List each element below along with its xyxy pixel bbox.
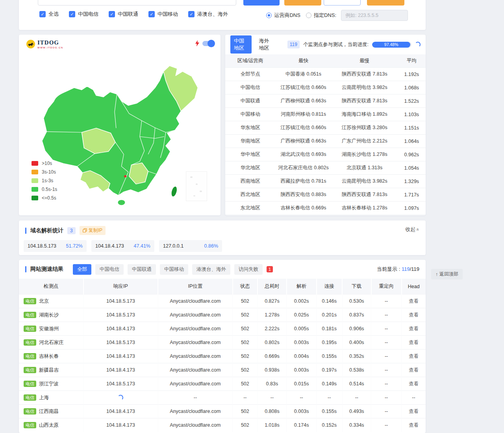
stats-cell: 1.054s xyxy=(398,161,426,175)
dns-stats-card: 域名解析统计 3 复制IP 收起 « 104.18.5.17351.72%104… xyxy=(19,220,426,255)
filter-访问失败[interactable]: 访问失败 xyxy=(234,264,263,275)
radio-运营商DNS[interactable]: 运营商DNS xyxy=(266,12,300,19)
dns-server-input[interactable] xyxy=(341,10,408,21)
checkbox-中国电信[interactable]: ✓中国电信 xyxy=(69,11,98,18)
isp-badge: 电信 xyxy=(24,353,36,359)
view-head-link[interactable]: 查看 xyxy=(409,312,419,318)
up-arrow-icon: ↑ xyxy=(435,272,438,277)
filter-label: 中国联通 xyxy=(132,266,152,273)
stats-row: 全部节点中国香港 0.051s陕西西安联通 7.813s1.192s xyxy=(225,68,426,81)
checkbox-港澳台、海外[interactable]: ✓港澳台、海外 xyxy=(188,11,228,18)
secondary-action-button-1[interactable] xyxy=(284,0,321,6)
view-head-link[interactable]: 查看 xyxy=(409,353,419,359)
realtime-toggle[interactable] xyxy=(202,41,214,46)
isp-badge: 电信 xyxy=(24,381,36,387)
stats-cell: 全部节点 xyxy=(225,68,275,81)
checkbox-中国移动[interactable]: ✓中国移动 xyxy=(148,11,178,18)
total-time-cell: 1.278s xyxy=(258,308,287,322)
ip-cell: 104.18.5.173 xyxy=(83,308,158,322)
spinner-arc xyxy=(118,395,123,400)
primary-test-button[interactable] xyxy=(243,0,280,6)
connect-time-cell: 0.155s xyxy=(317,405,343,418)
stats-cell: 华南地区 xyxy=(225,135,275,148)
dns-time-cell: 0.174s xyxy=(287,418,317,432)
result-row: 电信上海---------------- xyxy=(19,391,426,405)
isp-badge: 电信 xyxy=(24,298,36,304)
dns-time-cell: 0.002s xyxy=(287,294,317,308)
target-url-input[interactable] xyxy=(38,0,236,6)
collapse-button[interactable]: 收起 « xyxy=(405,226,419,233)
checkbox-中国联通[interactable]: ✓中国联通 xyxy=(109,11,138,18)
node-name: 江西南昌 xyxy=(39,409,59,414)
download-time-cell: 0.538s xyxy=(342,363,371,377)
head-cell: 查看 xyxy=(402,377,426,391)
result-row: 电信北京104.18.5.173Anycast/cloudflare.com50… xyxy=(19,294,426,308)
dns-time-cell: 0.003s xyxy=(287,336,317,350)
result-row: 电信山西太原104.18.4.173Anycast/cloudflare.com… xyxy=(19,418,426,432)
ip-chip[interactable]: 127.0.0.10.86% xyxy=(159,240,222,252)
stats-row: 华中地区湖北武汉电信 0.693s湖南长沙电信 1.278s0.962s xyxy=(225,148,426,161)
col-node: 检测点 xyxy=(19,279,83,294)
ip-percent: 51.72% xyxy=(66,243,83,249)
head-cell: 查看 xyxy=(402,336,426,350)
ip-chip[interactable]: 104.18.4.17347.41% xyxy=(91,240,154,252)
dns-time-cell: -- xyxy=(287,391,317,405)
stats-cell: 广东广州电信 2.212s xyxy=(332,135,398,148)
stats-cell: 东北地区 xyxy=(225,202,275,215)
loading-spinner-icon xyxy=(415,42,421,47)
china-map-card: ITDOG WWW.ITDOG.CN xyxy=(19,35,220,215)
filter-中国移动[interactable]: 中国移动 xyxy=(160,264,188,275)
progress-fill: 97.48% xyxy=(372,42,411,48)
stats-cell: 吉林长春电信 0.669s xyxy=(275,202,332,215)
ip-percent: 0.86% xyxy=(204,243,218,249)
status-cell: 502 xyxy=(233,363,258,377)
status-cell: -- xyxy=(233,391,258,405)
tab-china-region[interactable]: 中国地区 xyxy=(230,35,252,54)
results-header: 网站测速结果 全部中国电信中国联通中国移动港澳台、海外访问失败1 当前显示 : … xyxy=(19,260,426,279)
stats-cell: 河北石家庄电信 0.802s xyxy=(275,161,332,175)
view-head-link[interactable]: 查看 xyxy=(409,381,419,387)
node-cell: 电信新疆昌吉 xyxy=(19,363,83,377)
filter-全部[interactable]: 全部 xyxy=(73,264,91,275)
stats-row: 西南地区西藏拉萨电信 0.781s云南昆明电信 3.982s1.329s xyxy=(225,175,426,188)
view-head-link[interactable]: 查看 xyxy=(409,298,419,304)
filter-港澳台、海外[interactable]: 港澳台、海外 xyxy=(192,264,230,275)
ip-cell: 104.18.4.173 xyxy=(83,322,158,336)
redirect-cell: -- xyxy=(371,377,402,391)
redirect-cell: -- xyxy=(371,308,402,322)
view-head-link[interactable]: 查看 xyxy=(409,409,419,414)
checkbox-全选[interactable]: ✓全选 xyxy=(39,11,59,18)
legend-label: 0.5s-1s xyxy=(42,187,57,192)
view-head-link[interactable]: 查看 xyxy=(409,422,419,428)
filter-中国电信[interactable]: 中国电信 xyxy=(95,264,124,275)
ip-chip[interactable]: 104.18.5.17351.72% xyxy=(24,240,87,252)
connect-time-cell: -- xyxy=(317,391,343,405)
dns-stats-title: 域名解析统计 xyxy=(30,227,63,234)
view-head-link[interactable]: 查看 xyxy=(409,340,419,345)
head-cell: 查看 xyxy=(402,363,426,377)
stats-cell: 江苏镇江电信 0.660s xyxy=(275,81,332,94)
total-time-cell: 0.669s xyxy=(258,350,287,363)
stats-cell: 广西柳州联通 0.663s xyxy=(275,135,332,148)
radio-指定DNS:[interactable]: 指定DNS: xyxy=(306,12,336,19)
stats-cell: 湖南长沙电信 1.278s xyxy=(332,148,398,161)
view-head-link[interactable]: 查看 xyxy=(409,367,419,373)
connect-time-cell: 0.149s xyxy=(317,377,343,391)
logo-title: ITDOG xyxy=(37,40,63,46)
stats-cell: 华东地区 xyxy=(225,121,275,135)
back-to-top-button[interactable]: ↑ 返回顶部 xyxy=(431,269,463,279)
filter-label: 港澳台、海外 xyxy=(196,266,226,273)
location-cell: Anycast/cloudflare.com xyxy=(158,308,232,322)
secondary-action-button-2[interactable] xyxy=(367,0,404,6)
stats-cell: 华北地区 xyxy=(225,161,275,175)
stats-cell: 中国香港 0.051s xyxy=(275,215,332,216)
outline-action-button[interactable] xyxy=(324,0,361,6)
tab-overseas-region[interactable]: 海外地区 xyxy=(255,35,276,54)
stats-cell: 0.082s xyxy=(398,215,426,216)
copy-ip-button[interactable]: 复制IP xyxy=(80,226,106,235)
view-head-link[interactable]: 查看 xyxy=(409,326,419,331)
total-time-cell: 0.802s xyxy=(258,336,287,350)
filter-中国联通[interactable]: 中国联通 xyxy=(128,264,156,275)
result-row: 电信新疆昌吉104.18.4.173Anycast/cloudflare.com… xyxy=(19,363,426,377)
connect-time-cell: 0.146s xyxy=(317,294,343,308)
